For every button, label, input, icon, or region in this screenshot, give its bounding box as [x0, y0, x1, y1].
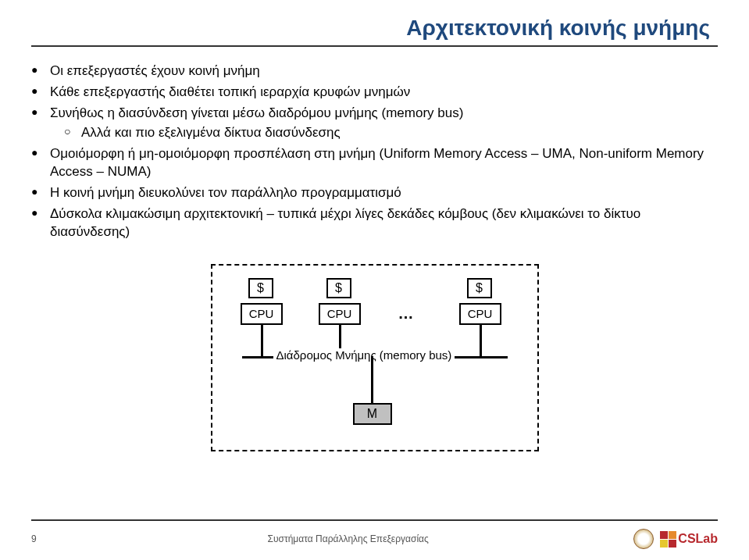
page-number: 9: [31, 533, 62, 544]
connector-line: [480, 325, 482, 356]
footer: 9 Συστήματα Παράλληλης Επεξεργασίας CSLa…: [0, 529, 749, 549]
logos: CSLab: [633, 529, 718, 549]
bullet-list: Οι επεξεργαστές έχουν κοινή μνήμη Κάθε ε…: [31, 62, 718, 241]
cpu-box: CPU: [319, 303, 361, 325]
cslab-squares-icon: [660, 531, 676, 548]
bullet-item: Συνήθως η διασύνδεση γίνεται μέσω διαδρό…: [31, 105, 718, 142]
architecture-diagram: $ $ $ CPU CPU CPU … Διάδρομος Μνήμης (me…: [211, 264, 539, 451]
cache-box: $: [248, 278, 273, 298]
footer-caption: Συστήματα Παράλληλης Επεξεργασίας: [62, 533, 633, 544]
connector-line: [261, 325, 263, 356]
sub-list: Αλλά και πιο εξελιγμένα δίκτυα διασύνδεσ…: [50, 124, 718, 142]
sub-item: Αλλά και πιο εξελιγμένα δίκτυα διασύνδεσ…: [64, 124, 718, 142]
slide: Αρχιτεκτονική κοινής μνήμης Οι επεξεργασ…: [0, 0, 749, 560]
footer-divider: [31, 519, 718, 521]
cache-box: $: [326, 278, 351, 298]
memory-box: M: [353, 403, 392, 425]
bullet-text: Οι επεξεργαστές έχουν κοινή μνήμη: [50, 63, 260, 78]
cache-box: $: [467, 278, 492, 298]
cslab-logo: CSLab: [660, 531, 718, 548]
bullet-item: Η κοινή μνήμη διευκολύνει τον παράλληλο …: [31, 184, 718, 202]
memory-bus-label: Διάδρομος Μνήμης (memory bus): [273, 348, 455, 362]
bullet-item: Δύσκολα κλιμακώσιμη αρχιτεκτονική – τυπι…: [31, 205, 718, 241]
cslab-text: CSLab: [678, 532, 718, 546]
bullet-item: Οι επεξεργαστές έχουν κοινή μνήμη: [31, 62, 718, 80]
bullet-text: Κάθε επεξεργαστής διαθέτει τοπική ιεραρχ…: [50, 84, 410, 99]
bullet-text: Ομοιόμορφη ή μη-ομοιόμορφη προσπέλαση στ…: [50, 146, 704, 179]
bullet-text: Δύσκολα κλιμακώσιμη αρχιτεκτονική – τυπι…: [50, 206, 640, 239]
cpu-box: CPU: [459, 303, 501, 325]
bullet-item: Ομοιόμορφη ή μη-ομοιόμορφη προσπέλαση στ…: [31, 145, 718, 181]
bullet-text: Η κοινή μνήμη διευκολύνει τον παράλληλο …: [50, 185, 401, 200]
cpu-box: CPU: [241, 303, 283, 325]
ntua-logo-icon: [633, 529, 654, 549]
ellipsis: …: [398, 305, 414, 323]
connector-line: [371, 356, 373, 403]
bullet-text: Συνήθως η διασύνδεση γίνεται μέσω διαδρό…: [50, 105, 463, 120]
bullet-item: Κάθε επεξεργαστής διαθέτει τοπική ιεραρχ…: [31, 84, 718, 102]
sub-text: Αλλά και πιο εξελιγμένα δίκτυα διασύνδεσ…: [81, 125, 341, 140]
slide-title: Αρχιτεκτονική κοινής μνήμης: [31, 16, 718, 47]
